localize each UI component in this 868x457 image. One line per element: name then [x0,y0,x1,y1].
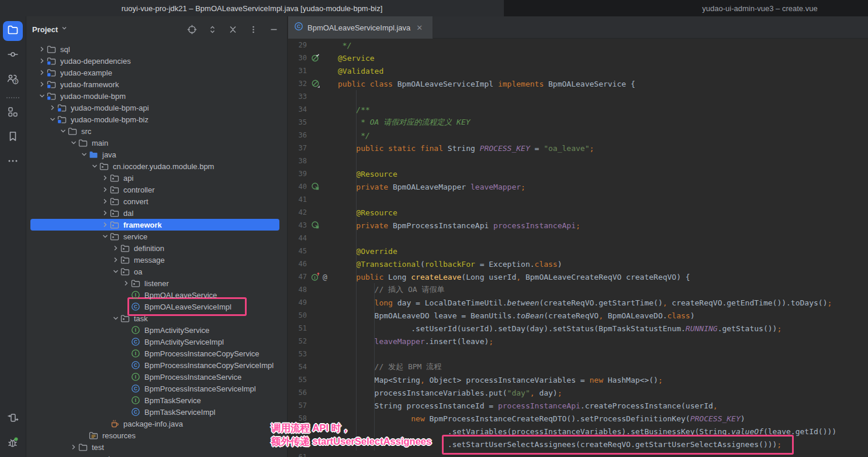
code-line-52[interactable]: 52 leaveMapper.insert(leave); [288,335,868,348]
autowire-gutter-icon[interactable] [307,182,338,191]
code-line-41[interactable]: 41 [288,193,868,206]
locate-file-icon[interactable] [186,24,197,35]
chevron-right-icon[interactable] [37,80,47,89]
code-line-37[interactable]: 37 public static final String PROCESS_KE… [288,142,868,154]
code-line-43[interactable]: 43 private BpmProcessInstanceApi process… [288,219,868,232]
code-line-49[interactable]: 49 long day = LocalDateTimeUtil.between(… [288,296,868,309]
titlebar-inactive-window[interactable]: yudao-ui-admin-vue3 – create.vue [504,0,868,16]
chevron-right-icon[interactable] [100,173,110,183]
tree-row-yudao-module-bpm-biz[interactable]: yudao-module-bpm-biz [26,114,287,125]
code-line-59[interactable]: 59 .setVariables(processInstanceVariable… [288,425,868,438]
chevron-right-icon[interactable] [37,68,47,77]
impl-at-gutter-icon[interactable]: I@ [307,272,338,282]
project-panel-title[interactable]: Project [32,25,58,34]
chevron-down-icon[interactable] [110,267,120,276]
tree-row-sql[interactable]: sql [26,43,287,55]
chevron-right-icon[interactable] [47,103,57,112]
tree-row-controller[interactable]: controller [26,184,287,195]
tree-row-BpmTaskService[interactable]: IBpmTaskService [26,394,287,406]
autowire-gutter-icon[interactable] [307,221,338,230]
code-line-57[interactable]: 57 String processInstanceId = processIns… [288,399,868,412]
more-options-icon[interactable] [248,24,258,35]
chevron-down-icon[interactable] [58,126,68,136]
chevron-right-icon[interactable] [100,208,110,218]
chevron-down-icon[interactable] [110,314,120,323]
code-line-32[interactable]: 32public class BpmOALeaveServiceImpl imp… [288,77,868,90]
code-line-29[interactable]: 29 */ [288,39,868,51]
code-line-36[interactable]: 36 */ [288,129,868,142]
code-line-55[interactable]: 55 Map<String, Object> processInstanceVa… [288,373,868,386]
chevron-right-icon[interactable] [100,197,110,206]
bookmarks-tool-button[interactable] [3,128,23,147]
code-line-31[interactable]: 31@Validated [288,64,868,77]
code-line-61[interactable]: 61 [288,451,868,457]
tree-row-BpmActivityService[interactable]: IBpmActivityService [26,324,287,336]
tree-row-task[interactable]: task [26,312,287,324]
tree-row-test[interactable]: test [26,441,287,453]
bean-impl-gutter-icon[interactable] [307,79,338,88]
tree-row-yudao-module-bpm-api[interactable]: yudao-module-bpm-api [26,102,287,114]
code-line-35[interactable]: 35 * OA 请假对应的流程定义 KEY [288,116,868,129]
tree-row-BpmOALeaveServiceImpl[interactable]: CBpmOALeaveServiceImpl [26,301,287,312]
tree-row-framework[interactable]: framework [26,219,287,231]
tree-row-yudao-example[interactable]: yudao-example [26,67,287,78]
tree-row-listener[interactable]: listener [26,277,287,289]
code-line-48[interactable]: 48 // 插入 OA 请假单 [288,283,868,296]
tree-row-BpmActivityServiceImpl[interactable]: CBpmActivityServiceImpl [26,336,287,348]
project-tool-button[interactable] [3,21,23,41]
services-tool-button[interactable] [3,409,23,429]
chevron-down-icon[interactable] [37,91,47,101]
tree-row-convert[interactable]: convert [26,195,287,207]
tree-row-api[interactable]: api [26,172,287,184]
pull-requests-tool-button[interactable]: ? [3,70,23,90]
code-line-34[interactable]: 34 /** [288,103,868,116]
code-line-44[interactable]: 44 [288,232,868,245]
more-tools-button[interactable] [3,152,23,172]
tree-row-main[interactable]: main [26,137,287,149]
chevron-down-icon[interactable] [47,115,57,124]
chevron-right-icon[interactable] [110,243,120,253]
chevron-right-icon[interactable] [100,220,110,229]
tree-row-definition[interactable]: definition [26,242,287,254]
tree-row-BpmOALeaveService[interactable]: IBpmOALeaveService [26,289,287,301]
tree-row-cn.iocoder.yudao.module.bpm[interactable]: cn.iocoder.yudao.module.bpm [26,160,287,172]
tree-row-yudao-framework[interactable]: yudao-framework [26,78,287,90]
chevron-right-icon[interactable] [37,44,47,54]
close-tab-icon[interactable]: ✕ [416,23,423,32]
code-line-42[interactable]: 42 @Resource [288,206,868,219]
code-line-60[interactable]: 60 .setStartUserSelectAssignees(createRe… [288,438,868,451]
structure-tool-button[interactable] [3,103,23,123]
tree-row-yudao-dependencies[interactable]: yudao-dependencies [26,55,287,67]
code-line-53[interactable]: 53 [288,348,868,360]
code-line-50[interactable]: 50 BpmOALeaveDO leave = BeanUtils.toBean… [288,309,868,322]
code-line-33[interactable]: 33 [288,90,868,103]
tree-row-pom.xml[interactable]: mpom.xml [26,453,287,457]
tree-row-java[interactable]: java [26,149,287,160]
tree-row-message[interactable]: message [26,254,287,266]
chevron-right-icon[interactable] [68,442,78,452]
tree-row-dal[interactable]: dal [26,207,287,219]
tree-row-src[interactable]: src [26,125,287,137]
commit-tool-button[interactable] [3,46,23,66]
tree-row-yudao-module-bpm[interactable]: yudao-module-bpm [26,90,287,102]
code-line-39[interactable]: 39 @Resource [288,167,868,180]
code-editor[interactable]: 29 */30@Service31@Validated32public clas… [288,39,868,457]
code-line-40[interactable]: 40 private BpmOALeaveMapper leaveMapper; [288,180,868,193]
expand-all-icon[interactable] [207,24,217,35]
tree-row-service[interactable]: service [26,231,287,242]
chevron-right-icon[interactable] [121,279,131,288]
tree-row-BpmProcessInstanceCopyServiceImpl[interactable]: CBpmProcessInstanceCopyServiceImpl [26,359,287,371]
code-line-45[interactable]: 45 @Override [288,245,868,257]
code-line-47[interactable]: 47I@ public Long createLeave(Long userId… [288,270,868,283]
problems-tool-button[interactable] [3,434,23,453]
code-line-54[interactable]: 54 // 发起 BPM 流程 [288,360,868,373]
chevron-down-icon[interactable] [60,24,68,35]
editor-tab[interactable]: C BpmOALeaveServiceImpl.java ✕ [288,16,433,39]
tree-row-resources[interactable]: resources [26,429,287,441]
code-line-38[interactable]: 38 [288,154,868,167]
chevron-down-icon[interactable] [79,150,89,159]
code-line-46[interactable]: 46 @Transactional(rollbackFor = Exceptio… [288,257,868,270]
tree-row-BpmProcessInstanceService[interactable]: IBpmProcessInstanceService [26,371,287,383]
code-line-30[interactable]: 30@Service [288,51,868,64]
chevron-right-icon[interactable] [110,255,120,264]
